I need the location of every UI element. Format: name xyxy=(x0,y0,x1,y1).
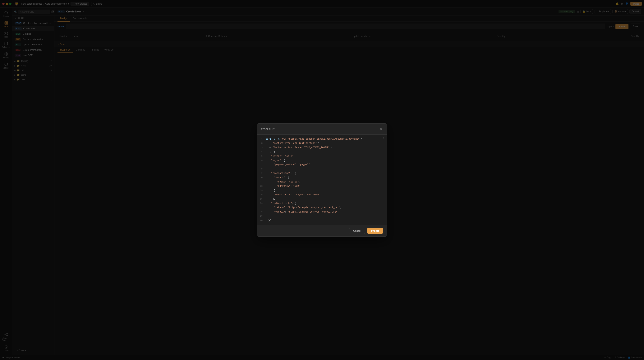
code-line-6: 6 "payer": { xyxy=(257,158,387,163)
line-number: 7 xyxy=(257,163,266,166)
line-content: }, xyxy=(266,167,274,171)
import-button[interactable]: Import xyxy=(367,228,383,234)
line-number: 20 xyxy=(257,219,266,222)
line-content: "transactions": [{ xyxy=(266,171,296,175)
line-number: 2 xyxy=(257,141,266,145)
line-number: 14 xyxy=(257,193,266,196)
line-number: 5 xyxy=(257,154,266,158)
line-content: }' xyxy=(266,219,271,223)
line-content: "amount": { xyxy=(266,176,289,180)
code-line-4: 4 -d '{ xyxy=(257,150,387,154)
code-line-1: 1 curl -v -X POST "https://api.sandbox.p… xyxy=(257,137,387,141)
modal-overlay[interactable]: From cURL × ⤢ 1 curl -v -X POST "https:/… xyxy=(0,0,644,360)
code-line-17: 17 "return": "http://example.com/your_re… xyxy=(257,205,387,210)
line-content: curl -v -X POST "https://api.sandbox.pay… xyxy=(266,137,362,141)
code-line-8: 8 }, xyxy=(257,167,387,171)
line-number: 10 xyxy=(257,176,266,179)
code-line-5: 5 "intent": "sale", xyxy=(257,154,387,158)
modal-close-button[interactable]: × xyxy=(379,127,383,131)
line-number: 16 xyxy=(257,201,266,205)
modal-body: ⤢ 1 curl -v -X POST "https://api.sandbox… xyxy=(257,135,387,225)
line-number: 13 xyxy=(257,189,266,192)
line-content: } xyxy=(266,214,272,218)
from-curl-modal: From cURL × ⤢ 1 curl -v -X POST "https:/… xyxy=(257,123,387,237)
cancel-button[interactable]: Cancel xyxy=(349,228,365,234)
expand-button[interactable]: ⤢ xyxy=(382,136,385,139)
line-number: 17 xyxy=(257,206,266,209)
line-number: 9 xyxy=(257,171,266,175)
code-line-12: 12 "currency": "USD" xyxy=(257,184,387,188)
import-label: Import xyxy=(371,229,379,232)
line-content: -H "Content-Type: application/json" \ xyxy=(266,141,320,145)
line-number: 3 xyxy=(257,146,266,149)
code-line-10: 10 "amount": { xyxy=(257,176,387,180)
modal-title: From cURL xyxy=(261,127,276,131)
code-line-14: 14 "description": "Payment for order." xyxy=(257,193,387,197)
line-number: 18 xyxy=(257,210,266,214)
line-number: 19 xyxy=(257,214,266,218)
line-content: -H "Authorization: Bearer YOUR_ACCESS_TO… xyxy=(266,146,332,150)
line-number: 11 xyxy=(257,180,266,184)
modal-footer: Cancel Import xyxy=(257,225,387,237)
code-line-19: 19 } xyxy=(257,214,387,218)
code-line-3: 3 -H "Authorization: Bearer YOUR_ACCESS_… xyxy=(257,146,387,150)
code-editor[interactable]: ⤢ 1 curl -v -X POST "https://api.sandbox… xyxy=(257,135,387,225)
line-number: 1 xyxy=(257,137,266,141)
code-line-20: 20 }' xyxy=(257,219,387,223)
line-content: "intent": "sale", xyxy=(266,154,294,158)
line-number: 8 xyxy=(257,167,266,171)
line-number: 6 xyxy=(257,159,266,162)
line-content: }], xyxy=(266,197,275,201)
code-line-11: 11 "total": "10.00", xyxy=(257,180,387,184)
line-content: }, xyxy=(266,189,277,192)
line-content: "cancel": "http://example.com/your_cance… xyxy=(266,210,337,214)
cancel-label: Cancel xyxy=(353,229,361,232)
line-content: -d '{ xyxy=(266,150,275,154)
modal-header: From cURL × xyxy=(257,123,387,135)
line-content: "return": "http://example.com/your_redir… xyxy=(266,206,342,210)
line-content: "redirect_urls": { xyxy=(266,201,296,205)
code-line-2: 2 -H "Content-Type: application/json" \ xyxy=(257,141,387,145)
code-line-7: 7 "payment_method": "paypal" xyxy=(257,163,387,167)
code-line-15: 15 }], xyxy=(257,197,387,201)
line-content: "total": "10.00", xyxy=(266,180,300,184)
code-line-16: 16 "redirect_urls": { xyxy=(257,201,387,205)
line-content: "payer": { xyxy=(266,159,285,162)
line-content: "currency": "USD" xyxy=(266,184,300,188)
code-line-13: 13 }, xyxy=(257,188,387,193)
line-number: 15 xyxy=(257,197,266,201)
line-content: "description": "Payment for order." xyxy=(266,193,322,197)
code-line-9: 9 "transactions": [{ xyxy=(257,171,387,175)
line-number: 12 xyxy=(257,184,266,188)
code-line-18: 18 "cancel": "http://example.com/your_ca… xyxy=(257,210,387,214)
line-content: "payment_method": "paypal" xyxy=(266,163,310,167)
line-number: 4 xyxy=(257,150,266,154)
